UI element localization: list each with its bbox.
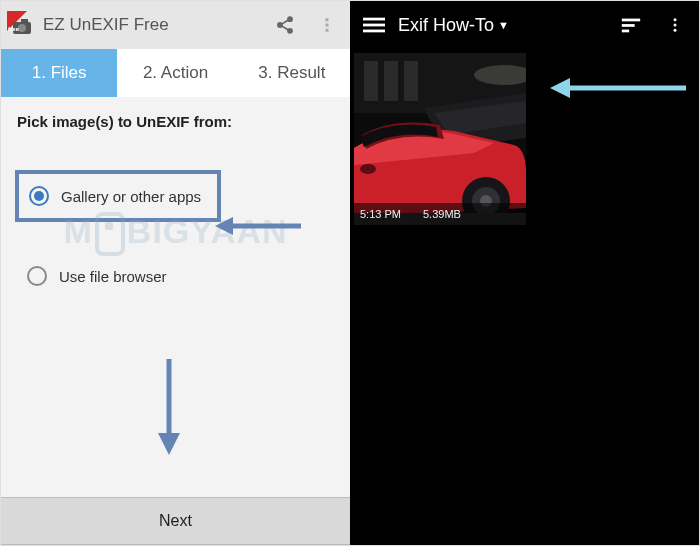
svg-point-23 <box>674 18 677 21</box>
app-title: EZ UnEXIF Free <box>43 15 260 35</box>
svg-rect-30 <box>404 61 418 101</box>
tab-action[interactable]: 2. Action <box>117 49 233 97</box>
svg-rect-12 <box>326 29 329 32</box>
svg-rect-19 <box>363 30 385 33</box>
thumbnail-info-overlay: 5:13 PM 5.39MB <box>354 203 526 225</box>
radio-checked-icon <box>29 186 49 206</box>
next-button-label: Next <box>159 512 192 530</box>
tab-result[interactable]: 3. Result <box>234 49 350 97</box>
hamburger-menu-icon[interactable] <box>354 5 394 45</box>
prompt-text: Pick image(s) to UnEXIF from: <box>17 113 336 130</box>
tab-files[interactable]: 1. Files <box>1 49 117 97</box>
svg-point-24 <box>674 24 677 27</box>
svg-rect-21 <box>622 24 635 27</box>
left-body: Pick image(s) to UnEXIF from: MBIGYAAN G… <box>1 97 350 497</box>
svg-rect-20 <box>622 19 640 22</box>
svg-marker-16 <box>158 433 180 455</box>
right-header: Exif How-To ▼ <box>350 1 699 49</box>
left-pane: free EZ UnEXIF Free 1. Files 2. Action 3… <box>1 1 350 545</box>
annotation-arrow-thumbnail <box>548 73 688 103</box>
svg-rect-29 <box>384 61 398 101</box>
svg-rect-17 <box>363 18 385 21</box>
sort-icon[interactable] <box>611 5 651 45</box>
svg-rect-18 <box>363 24 385 27</box>
share-icon[interactable] <box>268 8 302 42</box>
tab-label: 3. Result <box>258 63 325 83</box>
app-icon: free <box>7 11 35 39</box>
svg-rect-10 <box>326 18 329 21</box>
tab-label: 1. Files <box>32 63 87 83</box>
svg-rect-2 <box>21 19 28 23</box>
highlight-box-gallery: Gallery or other apps <box>15 170 221 222</box>
svg-marker-14 <box>215 217 233 235</box>
step-tabs: 1. Files 2. Action 3. Result <box>1 49 350 97</box>
svg-line-9 <box>282 26 289 30</box>
svg-point-36 <box>360 164 376 174</box>
album-title: Exif How-To <box>398 15 494 36</box>
tab-label: 2. Action <box>143 63 208 83</box>
dual-screenshot-frame: free EZ UnEXIF Free 1. Files 2. Action 3… <box>0 0 700 546</box>
annotation-arrow-down <box>151 357 187 457</box>
next-button[interactable]: Next <box>1 497 350 545</box>
svg-rect-22 <box>622 30 629 33</box>
image-thumbnail[interactable]: 5:13 PM 5.39MB <box>354 53 526 225</box>
album-title-dropdown[interactable]: Exif How-To ▼ <box>398 15 607 36</box>
option-file-browser[interactable]: Use file browser <box>21 256 336 296</box>
overflow-menu-icon[interactable] <box>655 5 695 45</box>
svg-rect-28 <box>364 61 378 101</box>
svg-text:free: free <box>8 26 20 32</box>
option-label: Use file browser <box>59 268 167 285</box>
svg-point-3 <box>18 24 26 32</box>
thumbnail-image <box>354 53 526 225</box>
thumbnail-size: 5.39MB <box>423 208 461 220</box>
svg-rect-11 <box>326 24 329 27</box>
svg-line-8 <box>282 20 289 24</box>
svg-point-25 <box>674 29 677 32</box>
chevron-down-icon: ▼ <box>498 19 509 31</box>
right-pane: Exif How-To ▼ <box>350 1 699 545</box>
option-label: Gallery or other apps <box>61 188 201 205</box>
left-header: free EZ UnEXIF Free <box>1 1 350 49</box>
overflow-menu-icon[interactable] <box>310 8 344 42</box>
thumbnail-time: 5:13 PM <box>360 208 401 220</box>
svg-marker-38 <box>550 78 570 98</box>
option-gallery[interactable]: Gallery or other apps <box>23 176 213 216</box>
annotation-arrow-left <box>213 211 303 241</box>
radio-unchecked-icon <box>27 266 47 286</box>
